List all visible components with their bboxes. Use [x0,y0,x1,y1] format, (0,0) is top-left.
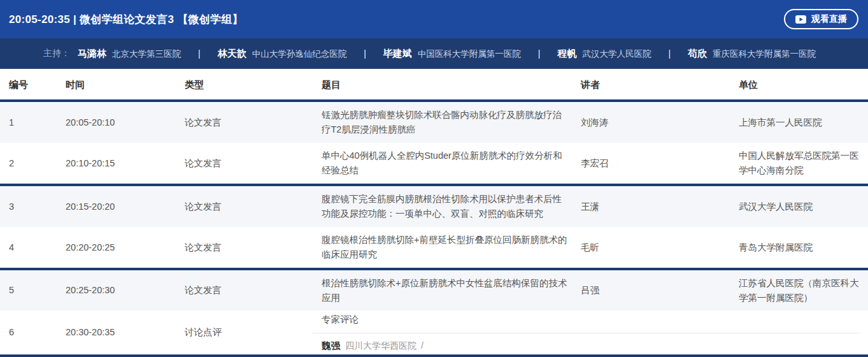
row-time: 20:10-20:15 [57,156,176,171]
row-time: 20:30-20:35 [57,325,176,340]
row-no: 4 [0,240,57,255]
column-header-org: 单位 [730,77,868,92]
table-row: 4 20:20-20:25 论文发言 腹腔镜根治性膀胱切除+前壁延长型折叠原位回… [0,227,868,270]
commenter-name: 魏强 [322,339,340,353]
row-time: 20:05-20:10 [57,115,176,130]
commenter-org: 四川大学华西医院 [345,339,416,353]
moderator-org: 重庆医科大学附属第一医院 [713,48,816,60]
moderator: 马潞林 北京大学第三医院 [78,48,181,60]
moderator-separator: | [538,48,541,59]
row-org: 上海市第一人民医院 [730,115,868,130]
table-row: 1 20:05-20:10 论文发言 铥激光膀胱肿瘤整块切除术联合髂内动脉化疗及… [0,102,868,143]
row-time: 20:25-20:30 [57,283,176,298]
moderator-name: 林天歆 [218,48,246,60]
row-no: 1 [0,115,57,130]
row-time: 20:20-20:25 [57,240,176,255]
moderator-org: 中国医科大学附属第一医院 [418,48,521,60]
row-title: 腹腔镜根治性膀胱切除+前壁延长型折叠原位回肠新膀胱术的临床应用研究 [313,233,572,262]
row-no: 3 [0,200,57,214]
moderator: 程帆 武汉大学人民医院 [557,48,651,60]
moderator: 林天歆 中山大学孙逸仙纪念医院 [218,48,347,60]
row-speaker: 毛昕 [572,240,730,255]
commenter-line: 魏强 四川大学华西医院 / [322,339,568,353]
column-header-speaker: 讲者 [572,77,730,92]
table-row: 3 20:15-20:20 论文发言 腹腔镜下完全筋膜内膀胱根治性切除术用以保护… [0,186,868,227]
moderators-label: 主持： [43,48,70,59]
schedule-table: 编号 时间 类型 题目 讲者 单位 1 20:05-20:10 论文发言 铥激光… [0,69,868,357]
row-type: 论文发言 [176,115,313,130]
moderator-org: 武汉大学人民医院 [582,48,651,60]
table-row: 6 20:30-20:35 讨论点评 专家评论 魏强 四川大学华西医院 / [0,310,868,357]
row-title: 根治性膀胱切除术+原位新膀胱术中女性盆底结构保留的技术应用 [313,276,572,305]
moderator-name: 马潞林 [78,48,106,60]
row-type: 论文发言 [176,283,313,298]
table-header-row: 编号 时间 类型 题目 讲者 单位 [0,69,868,102]
watch-live-button[interactable]: 观看直播 [784,9,858,29]
session-header-bar: 20:05-20:35 | 微创学组论文发言3 【微创学组】 观看直播 [0,0,868,38]
row-org: 中国人民解放军总医院第一医学中心海南分院 [730,149,868,178]
row-type: 论文发言 [176,240,313,255]
moderator: 毕建斌 中国医科大学附属第一医院 [383,48,521,60]
row-time: 20:15-20:20 [57,200,176,214]
row-org: 江苏省人民医院（南京医科大学第一附属医院） [730,276,868,305]
moderator-name: 毕建斌 [383,48,412,60]
moderator-name: 苟欣 [688,48,707,60]
column-header-no: 编号 [0,77,57,92]
moderator-separator: | [198,48,201,59]
row-title: 腹腔镜下完全筋膜内膀胱根治性切除术用以保护患者术后性功能及尿控功能：一项单中心、… [313,192,572,221]
video-play-icon [795,15,806,24]
row-type: 论文发言 [176,200,313,214]
row-title: 铥激光膀胱肿瘤整块切除术联合髂内动脉化疗及膀胱放疗治疗T2肌层浸润性膀胱癌 [313,108,572,137]
row-speaker: 李宏召 [572,156,730,171]
moderator-separator: | [668,48,671,59]
row-type: 论文发言 [176,156,313,171]
commenter-suffix: / [421,339,423,353]
row-no: 6 [0,325,57,340]
row-type: 讨论点评 [176,325,313,340]
table-row: 5 20:25-20:30 论文发言 根治性膀胱切除术+原位新膀胱术中女性盆底结… [0,270,868,310]
comment-divider [313,333,860,333]
row-speaker: 刘海涛 [572,115,730,130]
row-no: 5 [0,283,57,298]
row-speaker: 吕强 [572,283,730,298]
moderators-bar: 主持： 马潞林 北京大学第三医院 | 林天歆 中山大学孙逸仙纪念医院 | 毕建斌… [0,38,868,69]
session-title: 20:05-20:35 | 微创学组论文发言3 【微创学组】 [9,12,243,27]
row-no: 2 [0,156,57,171]
column-header-time: 时间 [57,77,176,92]
row-org: 武汉大学人民医院 [730,200,868,214]
moderator-org: 北京大学第三医院 [112,48,181,60]
row-title: 单中心40例机器人全腔内Studer原位新膀胱术的疗效分析和经验总结 [313,149,572,178]
watch-live-label: 观看直播 [811,13,847,25]
row-speaker: 王潇 [572,200,730,214]
row-org: 青岛大学附属医院 [730,240,868,255]
column-header-title: 题目 [313,77,572,92]
moderator-name: 程帆 [557,48,576,60]
column-header-type: 类型 [176,77,313,92]
moderator-separator: | [364,48,366,59]
expert-comment-label: 专家评论 [322,312,568,327]
moderator: 苟欣 重庆医科大学附属第一医院 [688,48,816,60]
moderator-org: 中山大学孙逸仙纪念医院 [252,48,347,60]
table-row: 2 20:10-20:15 论文发言 单中心40例机器人全腔内Studer原位新… [0,143,868,186]
